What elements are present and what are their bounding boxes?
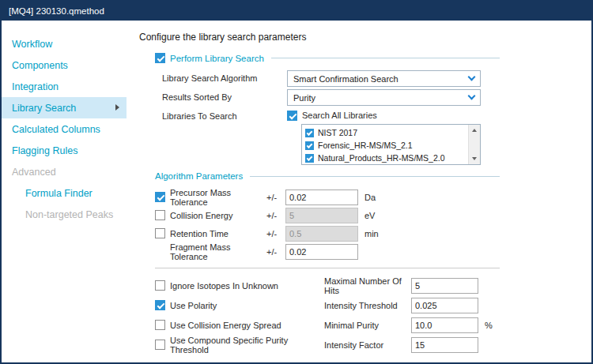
library-search-algorithm-dropdown[interactable]: Smart Confirmation Search <box>287 70 481 87</box>
sidebar-item-label: Calculated Columns <box>12 124 100 135</box>
retention-time-input <box>285 226 358 242</box>
search-all-libraries-checkbox[interactable] <box>287 111 297 121</box>
results-sorted-by-dropdown[interactable]: Purity <box>287 89 481 106</box>
precursor-mass-tolerance-input[interactable] <box>285 190 358 205</box>
library-item-checkbox[interactable] <box>305 154 314 163</box>
checkbox-label: Use Compound Specific Purity Threshold <box>170 336 324 355</box>
library-item-label: Forensic_HR-MS/MS_2.1 <box>318 141 413 150</box>
sidebar-item-advanced: Advanced <box>2 161 127 182</box>
sidebar-item-label: Workflow <box>12 39 52 50</box>
results-sorted-by-row: Results Sorted By Purity <box>162 89 500 106</box>
unit-label: eV <box>364 211 375 220</box>
library-list-item[interactable]: NIST 2017 <box>302 126 468 139</box>
checkbox-label: Ignore Isotopes In Unknown <box>170 281 278 291</box>
fragment-mass-tolerance-input[interactable] <box>285 244 358 260</box>
perform-library-search-section: Perform Library Search <box>155 53 500 63</box>
section-divider-line <box>250 176 500 177</box>
libraries-column: Search All Libraries NIST 2017 <box>287 108 481 165</box>
field-label: Maximal Number Of Hits <box>324 276 411 295</box>
collision-energy-input <box>285 208 358 223</box>
library-list-item[interactable]: Forensic_HR-MS/MS_2.1 <box>302 139 468 152</box>
perform-library-search-label: Perform Library Search <box>170 54 264 63</box>
param-label: Fragment Mass Tolerance <box>170 242 266 261</box>
use-polarity-checkbox[interactable] <box>155 300 165 310</box>
checkbox-label: Use Collision Energy Spread <box>170 321 281 330</box>
field-label: Intensity Threshold <box>324 301 411 310</box>
library-item-label: NIST 2017 <box>318 128 357 137</box>
checkbox-label: Use Polarity <box>170 301 217 310</box>
dropdown-value: Smart Confirmation Search <box>293 74 469 84</box>
sidebar-item-label: Non-targeted Peaks <box>25 209 113 220</box>
libraries-listbox: NIST 2017 Forensic_HR-MS/MS_2.1 Natural_… <box>301 124 481 165</box>
intensity-threshold-input[interactable] <box>411 298 478 313</box>
collision-energy-checkbox[interactable] <box>155 210 165 220</box>
precursor-mass-tolerance-row: Precursor Mass Tolerance +/- Da <box>155 188 500 206</box>
algorithm-parameters-heading: Algorithm Parameters <box>155 171 243 181</box>
param-label: Collision Energy <box>170 211 266 220</box>
plus-minus-label: +/- <box>266 247 282 257</box>
search-all-libraries-label: Search All Libraries <box>302 111 377 120</box>
sidebar-item-label: Advanced <box>12 167 56 178</box>
intensity-factor-input[interactable] <box>411 337 478 353</box>
sidebar-item-library-search[interactable]: Library Search <box>2 97 127 118</box>
application-window: [MQ4] 230130.qmethod Workflow Components… <box>0 0 593 364</box>
sidebar-item-label: Components <box>12 60 68 71</box>
library-item-label: Natural_Products_HR-MS/MS_2.0 <box>318 153 444 163</box>
retention-time-checkbox[interactable] <box>155 228 165 238</box>
library-search-algorithm-label: Library Search Algorithm <box>162 70 287 83</box>
main-panel: Configure the library search parameters … <box>127 21 591 362</box>
scroll-up-icon <box>472 129 477 132</box>
sidebar-item-flagging-rules[interactable]: Flagging Rules <box>2 140 127 161</box>
use-compound-specific-purity-threshold-checkbox[interactable] <box>155 340 165 350</box>
param-label: Retention Time <box>170 229 266 238</box>
options-row: Use Polarity Intensity Threshold <box>155 295 500 315</box>
libraries-to-search-label: Libraries To Search <box>162 108 287 121</box>
param-label: Precursor Mass Tolerance <box>170 188 266 207</box>
sidebar-item-label: Formula Finder <box>25 188 93 199</box>
perform-library-search-checkbox[interactable] <box>155 53 165 63</box>
plus-minus-label: +/- <box>266 193 282 202</box>
sidebar-item-workflow[interactable]: Workflow <box>2 33 127 54</box>
field-label: Minimal Purity <box>324 321 411 330</box>
sidebar-item-formula-finder[interactable]: Formula Finder <box>2 182 127 204</box>
precursor-mass-tolerance-checkbox[interactable] <box>155 192 165 202</box>
results-sorted-by-label: Results Sorted By <box>162 89 287 102</box>
use-collision-energy-spread-checkbox[interactable] <box>155 320 165 330</box>
title-bar: [MQ4] 230130.qmethod <box>2 2 591 21</box>
unit-label: min <box>364 229 379 238</box>
sidebar-item-label: Flagging Rules <box>12 145 77 156</box>
fragment-mass-tolerance-row: Fragment Mass Tolerance +/- <box>155 242 500 261</box>
plus-minus-label: +/- <box>266 211 282 220</box>
unit-label: Da <box>364 193 376 202</box>
scroll-down-icon <box>472 157 477 160</box>
listbox-scrollbar[interactable] <box>468 125 480 164</box>
maximal-number-of-hits-input[interactable] <box>411 278 478 294</box>
field-label: Intensity Factor <box>324 340 411 350</box>
unit-label: % <box>485 321 493 330</box>
sidebar-item-label: Library Search <box>12 103 76 114</box>
ignore-isotopes-checkbox[interactable] <box>155 280 165 291</box>
sidebar-item-non-targeted-peaks: Non-targeted Peaks <box>2 204 127 225</box>
library-item-checkbox[interactable] <box>305 129 314 137</box>
sidebar-item-calculated-columns[interactable]: Calculated Columns <box>2 118 127 140</box>
library-list-item[interactable]: Natural_Products_HR-MS/MS_2.0 <box>302 152 468 164</box>
chevron-down-icon <box>468 92 476 100</box>
algorithm-parameters-section: Algorithm Parameters <box>155 171 500 181</box>
minimal-purity-input[interactable] <box>411 317 478 333</box>
section-divider-line <box>271 58 500 58</box>
plus-minus-label: +/- <box>266 229 282 238</box>
window-title: [MQ4] 230130.qmethod <box>9 6 104 16</box>
horizontal-separator <box>155 268 500 268</box>
scroll-down-button[interactable] <box>469 153 480 164</box>
options-row: Use Collision Energy Spread Minimal Puri… <box>155 315 500 335</box>
libraries-to-search-row: Libraries To Search Search All Libraries <box>162 108 500 165</box>
sidebar: Workflow Components Integration Library … <box>2 21 127 362</box>
collision-energy-row: Collision Energy +/- eV <box>155 206 500 224</box>
library-search-algorithm-row: Library Search Algorithm Smart Confirmat… <box>162 70 500 87</box>
sidebar-item-integration[interactable]: Integration <box>2 76 127 97</box>
scroll-up-button[interactable] <box>469 125 480 136</box>
window-body: Workflow Components Integration Library … <box>2 21 591 362</box>
library-item-checkbox[interactable] <box>305 141 314 150</box>
options-row: Ignore Isotopes In Unknown Maximal Numbe… <box>155 276 500 295</box>
sidebar-item-components[interactable]: Components <box>2 54 127 76</box>
